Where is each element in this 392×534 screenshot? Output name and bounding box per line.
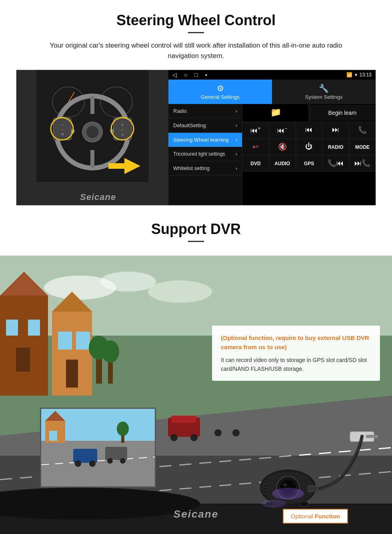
svg-rect-37 bbox=[66, 360, 78, 388]
svg-point-88 bbox=[272, 488, 304, 500]
svg-rect-86 bbox=[263, 491, 268, 493]
optional-function-badge: Optional Function bbox=[283, 509, 348, 524]
dvr-title: Support DVR bbox=[0, 221, 392, 238]
dvr-section: Support DVR bbox=[0, 210, 392, 534]
chevron-right-icon: › bbox=[236, 123, 237, 128]
svg-point-67 bbox=[120, 458, 126, 464]
status-right: 📶 ▾ 13:13 bbox=[346, 72, 372, 78]
nav-back-icon[interactable]: ◁ bbox=[172, 72, 177, 78]
svg-rect-65 bbox=[105, 447, 127, 460]
call-prev-button[interactable]: 📞⏮ bbox=[322, 155, 349, 171]
tab-system-settings[interactable]: 🔧 System Settings bbox=[272, 80, 376, 104]
nav-menu-icon[interactable]: ▪ bbox=[205, 72, 207, 78]
file-icon: 📁 bbox=[242, 104, 309, 118]
svg-point-64 bbox=[89, 460, 96, 467]
control-row-1: ⏮+ ⏮− ⏮ ⏭ 📞 bbox=[242, 122, 376, 139]
dvr-body-text: It can record video only to storage in G… bbox=[221, 356, 371, 374]
nav-home-icon[interactable]: ○ bbox=[184, 72, 187, 78]
svg-rect-60 bbox=[41, 441, 156, 488]
svg-rect-31 bbox=[28, 320, 40, 336]
dvr-info-card: (Optional function, require to buy exter… bbox=[212, 326, 380, 381]
steering-wheel-svg: + − ↺ ≡ ○ ◁ bbox=[36, 70, 148, 182]
tab-general-label: General Settings bbox=[201, 94, 240, 100]
menu-item-steering-learning[interactable]: Steering Wheel learning › bbox=[168, 133, 242, 147]
chevron-right-icon: › bbox=[236, 166, 237, 171]
dvd-button[interactable]: DVD bbox=[242, 155, 269, 171]
nav-square-icon[interactable]: □ bbox=[194, 72, 198, 78]
android-statusbar: ◁ ○ □ ▪ 📶 ▾ 13:13 bbox=[168, 70, 376, 80]
svg-point-52 bbox=[190, 434, 198, 441]
svg-rect-74 bbox=[366, 435, 378, 438]
svg-point-63 bbox=[75, 460, 81, 467]
section-subtitle: Your original car's steering wheel contr… bbox=[36, 40, 356, 61]
mode-button[interactable]: MODE bbox=[349, 139, 376, 155]
begin-learn-button[interactable]: Begin learn bbox=[309, 105, 376, 121]
android-tabs: ⚙ General Settings 🔧 System Settings bbox=[168, 80, 376, 104]
road-inset-image bbox=[40, 408, 156, 488]
android-controls: 📁 Begin learn ⏮+ ⏮− ⏮ ⏭ 📞 ↩ bbox=[242, 104, 376, 205]
menu-item-whitelist[interactable]: Whitelist setting › bbox=[168, 161, 242, 176]
svg-point-27 bbox=[148, 280, 212, 303]
next-track-button[interactable]: ⏭ bbox=[322, 122, 349, 138]
dvr-camera-device bbox=[234, 424, 382, 516]
steering-content-area: + − ↺ ≡ ○ ◁ ◁ ○ bbox=[16, 70, 376, 206]
vol-down-button[interactable]: ⏮− bbox=[269, 122, 296, 138]
dvr-camera-svg bbox=[234, 424, 382, 516]
svg-text:≡: ≡ bbox=[122, 123, 124, 127]
chevron-right-icon: › bbox=[236, 137, 237, 143]
audio-button[interactable]: AUDIO bbox=[269, 155, 296, 171]
steering-section: Steering Wheel Control Your original car… bbox=[0, 0, 392, 206]
svg-text:+: + bbox=[62, 123, 64, 127]
svg-point-54 bbox=[214, 429, 222, 436]
svg-point-66 bbox=[107, 458, 113, 464]
svg-point-89 bbox=[262, 500, 286, 508]
radio-button[interactable]: RADIO bbox=[322, 139, 349, 155]
gps-button[interactable]: GPS bbox=[296, 155, 323, 171]
mute-button[interactable]: 🔇 bbox=[269, 139, 296, 155]
dvr-title-area: Support DVR bbox=[0, 210, 392, 256]
android-menu: Radio › DefaultSetting › Steering Wheel … bbox=[168, 104, 242, 205]
menu-item-radio[interactable]: Radio › bbox=[168, 104, 242, 118]
steering-photo: + − ↺ ≡ ○ ◁ bbox=[16, 70, 168, 205]
svg-point-80 bbox=[284, 483, 287, 486]
svg-point-72 bbox=[117, 422, 129, 436]
prev-track-button[interactable]: ⏮ bbox=[296, 122, 323, 138]
svg-text:◁: ◁ bbox=[121, 133, 124, 136]
hang-up-button[interactable]: ↩ bbox=[242, 139, 269, 155]
menu-item-default-setting[interactable]: DefaultSetting › bbox=[168, 118, 242, 133]
tab-system-label: System Settings bbox=[305, 94, 343, 100]
svg-rect-83 bbox=[263, 482, 268, 483]
svg-point-51 bbox=[170, 434, 178, 441]
page-title: Steering Wheel Control bbox=[16, 12, 376, 29]
inset-road-svg bbox=[41, 409, 156, 488]
svg-rect-36 bbox=[76, 332, 90, 350]
svg-rect-70 bbox=[49, 431, 57, 441]
call-button[interactable]: 📞 bbox=[349, 122, 376, 138]
svg-rect-50 bbox=[171, 416, 196, 423]
svg-rect-87 bbox=[308, 486, 318, 492]
svg-rect-22 bbox=[108, 163, 125, 169]
seicane-watermark-dvr: Seicane bbox=[174, 508, 218, 520]
settings-gear-icon: ⚙ bbox=[217, 84, 224, 93]
svg-rect-32 bbox=[16, 348, 30, 372]
svg-point-26 bbox=[100, 272, 156, 292]
svg-rect-28 bbox=[0, 296, 48, 396]
svg-text:↺: ↺ bbox=[61, 133, 64, 136]
controls-top-row: 📁 Begin learn bbox=[242, 104, 376, 122]
svg-rect-35 bbox=[58, 332, 72, 350]
svg-text:−: − bbox=[62, 128, 64, 132]
wifi-icon: ▾ bbox=[355, 72, 357, 78]
optional-label: Optional bbox=[291, 513, 313, 520]
menu-item-tricoloured[interactable]: Tricoloured light settings › bbox=[168, 147, 242, 161]
vol-up-button[interactable]: ⏮+ bbox=[242, 122, 269, 138]
control-row-2: ↩ 🔇 ⏻ RADIO MODE bbox=[242, 139, 376, 155]
power-button[interactable]: ⏻ bbox=[296, 139, 323, 155]
android-body: Radio › DefaultSetting › Steering Wheel … bbox=[168, 104, 376, 205]
dvr-title-divider bbox=[188, 241, 204, 242]
system-icon: 🔧 bbox=[319, 84, 329, 93]
tab-general-settings[interactable]: ⚙ General Settings bbox=[168, 80, 272, 104]
svg-rect-30 bbox=[6, 320, 18, 336]
skip-call-button[interactable]: ⏭📞 bbox=[349, 155, 376, 171]
seicane-watermark-steering: Seicane bbox=[80, 192, 116, 202]
svg-rect-85 bbox=[263, 488, 268, 490]
